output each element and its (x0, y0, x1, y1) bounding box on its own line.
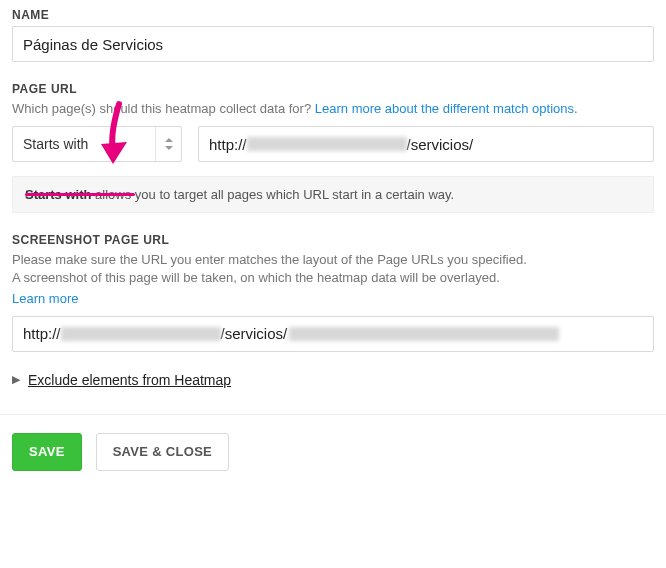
match-explain-rest: allows you to target all pages which URL… (91, 187, 454, 202)
redacted-segment (289, 327, 559, 341)
name-input[interactable] (12, 26, 654, 62)
name-label: NAME (12, 8, 654, 22)
screenshot-url-help-line2: A screenshot of this page will be taken,… (12, 270, 500, 285)
match-type-select[interactable]: Starts with (12, 126, 182, 162)
screenshot-url-input[interactable]: http:///servicios/ (12, 316, 654, 352)
screenshot-url-learn-more-link[interactable]: Learn more (12, 290, 78, 308)
screenshot-url-help: Please make sure the URL you enter match… (12, 251, 654, 308)
match-explain-bold: Starts with (25, 187, 91, 202)
screenshot-url-section: SCREENSHOT PAGE URL Please make sure the… (12, 233, 654, 352)
screenshot-url-help-line1: Please make sure the URL you enter match… (12, 252, 527, 267)
screenshot-url-prefix: http:// (23, 325, 61, 342)
page-url-prefix: http:// (209, 136, 247, 153)
updown-icon (155, 127, 181, 161)
match-explain-box: Starts with allows you to target all pag… (12, 176, 654, 213)
page-url-help-link[interactable]: Learn more about the different match opt… (315, 101, 578, 116)
page-url-input[interactable]: http:///servicios/ (198, 126, 654, 162)
save-close-button[interactable]: SAVE & CLOSE (96, 433, 229, 471)
screenshot-url-label: SCREENSHOT PAGE URL (12, 233, 654, 247)
page-url-section: PAGE URL Which page(s) should this heatm… (12, 82, 654, 213)
save-button[interactable]: SAVE (12, 433, 82, 471)
caret-right-icon: ▶ (12, 373, 20, 386)
exclude-elements-label: Exclude elements from Heatmap (28, 372, 231, 388)
page-url-help: Which page(s) should this heatmap collec… (12, 100, 654, 118)
redacted-segment (61, 327, 221, 341)
redacted-segment (247, 137, 407, 151)
match-type-value: Starts with (23, 136, 88, 152)
page-url-label: PAGE URL (12, 82, 654, 96)
name-section: NAME (12, 8, 654, 62)
exclude-elements-expander[interactable]: ▶ Exclude elements from Heatmap (12, 372, 654, 388)
page-url-help-text: Which page(s) should this heatmap collec… (12, 101, 315, 116)
action-bar: SAVE SAVE & CLOSE (12, 433, 654, 471)
screenshot-url-segment: /servicios/ (221, 325, 288, 342)
divider (0, 414, 666, 415)
page-url-segment: /servicios/ (407, 136, 474, 153)
